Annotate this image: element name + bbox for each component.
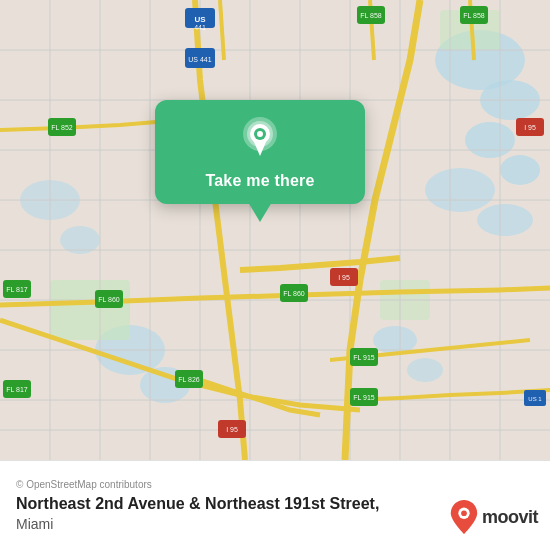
svg-text:FL 817: FL 817 [6,386,28,393]
svg-text:US 441: US 441 [188,56,211,63]
moovit-pin-icon [450,500,478,534]
location-pin-icon [238,118,282,162]
svg-point-3 [465,122,515,158]
svg-point-75 [461,510,467,516]
svg-text:FL 858: FL 858 [360,12,382,19]
svg-text:I 95: I 95 [338,274,350,281]
svg-text:441: 441 [194,24,206,31]
svg-text:I 95: I 95 [524,124,536,131]
svg-text:FL 915: FL 915 [353,354,375,361]
svg-point-8 [407,358,443,382]
bottom-bar: © OpenStreetMap contributors Northeast 2… [0,460,550,550]
svg-point-5 [425,168,495,212]
moovit-text: moovit [482,507,538,528]
take-me-there-button[interactable]: Take me there [205,172,314,190]
svg-point-4 [500,155,540,185]
svg-text:I 95: I 95 [226,426,238,433]
svg-point-6 [477,204,533,236]
svg-point-73 [257,131,263,137]
svg-text:FL 860: FL 860 [98,296,120,303]
map-container: US 441 US 441 FL 858 FL 858 FL 852 I 95 … [0,0,550,460]
svg-text:FL 860: FL 860 [283,290,305,297]
svg-text:FL 858: FL 858 [463,12,485,19]
svg-text:US 1: US 1 [528,396,542,402]
svg-text:FL 915: FL 915 [353,394,375,401]
svg-text:US: US [194,15,206,24]
svg-text:FL 826: FL 826 [178,376,200,383]
navigate-popup[interactable]: Take me there [155,100,365,204]
moovit-logo: moovit [450,500,538,534]
svg-rect-13 [50,280,130,340]
map-background: US 441 US 441 FL 858 FL 858 FL 852 I 95 … [0,0,550,460]
copyright-text: © OpenStreetMap contributors [16,479,534,490]
svg-text:FL 852: FL 852 [51,124,73,131]
svg-text:FL 817: FL 817 [6,286,28,293]
